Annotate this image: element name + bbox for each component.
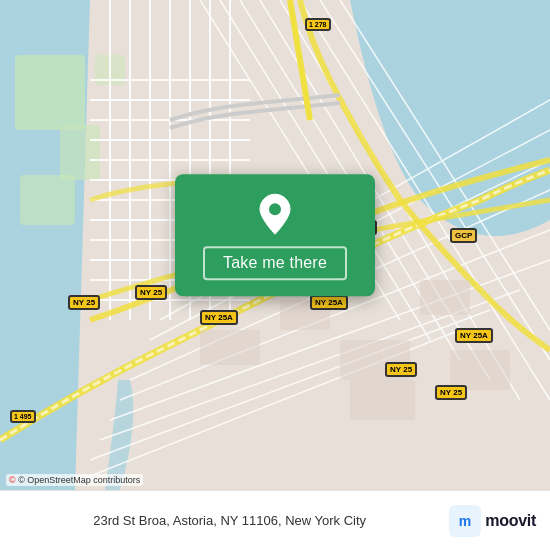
popup-card: Take me there xyxy=(175,174,375,296)
road-sign-ny25a-2: NY 25A xyxy=(310,295,348,310)
road-sign-ny25-5: NY 25 xyxy=(435,385,467,400)
road-sign-ny25: NY 25 xyxy=(135,285,167,300)
road-sign-ny25-3: NY 25 xyxy=(385,362,417,377)
take-me-there-button[interactable]: Take me there xyxy=(203,246,347,280)
road-sign-1278: 1 278 xyxy=(305,18,331,31)
road-sign-i495: 1 495 xyxy=(10,410,36,423)
bottom-bar: 23rd St Broa, Astoria, NY 11106, New Yor… xyxy=(0,490,550,550)
svg-rect-2 xyxy=(15,55,85,130)
location-pin-icon xyxy=(253,192,297,236)
map-attribution: © © OpenStreetMap contributors xyxy=(6,474,143,486)
svg-rect-45 xyxy=(420,280,470,315)
svg-rect-4 xyxy=(60,125,100,180)
road-sign-gcp: GCP xyxy=(450,228,477,243)
moovit-brand-text: moovit xyxy=(485,512,536,530)
road-sign-ny25a-3: NY 25A xyxy=(455,328,493,343)
moovit-logo: m moovit xyxy=(449,505,536,537)
svg-rect-3 xyxy=(20,175,75,225)
svg-rect-47 xyxy=(450,350,510,390)
road-sign-ny25a-1: NY 25A xyxy=(200,310,238,325)
map-container: NY 25 NY 25A NY 25A NY 25 NY 25 NY 25A 1… xyxy=(0,0,550,490)
svg-text:m: m xyxy=(459,513,471,529)
road-sign-ny25-4: NY 25 xyxy=(68,295,100,310)
moovit-icon: m xyxy=(449,505,481,537)
svg-point-48 xyxy=(269,203,281,215)
address-text: 23rd St Broa, Astoria, NY 11106, New Yor… xyxy=(18,513,441,528)
svg-rect-42 xyxy=(200,330,260,365)
svg-rect-46 xyxy=(350,380,415,420)
